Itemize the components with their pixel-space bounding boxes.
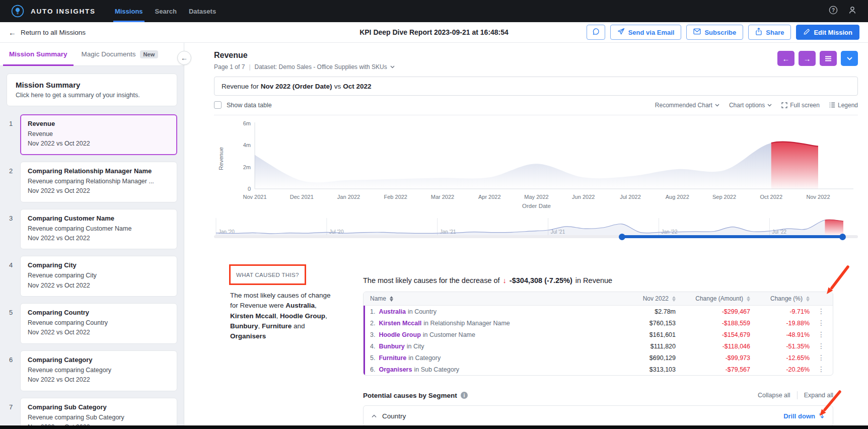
cause-name-link[interactable]: Kirsten Mccall [379, 320, 421, 327]
cause-name-link[interactable]: Australia [379, 308, 406, 315]
page-title: Revenue [214, 51, 395, 60]
chat-icon [592, 28, 600, 37]
collapse-sidebar-button[interactable]: ← [177, 51, 191, 65]
cause-name-link[interactable]: Bunbury [379, 343, 404, 350]
comment-button[interactable] [587, 25, 605, 40]
cause-name-cell: 4.Bunburyin City [365, 343, 610, 350]
nav-item-search[interactable]: Search [149, 0, 183, 22]
mission-item-period: Nov 2022 vs Oct 2022 [28, 186, 170, 196]
kebab-menu-icon[interactable]: ⋮ [818, 365, 825, 373]
edit-mission-button[interactable]: Edit Mission [796, 25, 859, 40]
mission-item-title: Comparing Relationship Manager Name [28, 167, 170, 175]
sort-icon[interactable] [390, 296, 393, 302]
kebab-menu-icon[interactable]: ⋮ [818, 353, 825, 362]
column-header-nov-[interactable]: Nov 2022 [610, 295, 676, 302]
causes-table: NameNov 2022Change (Amount)Change (%) 1.… [363, 292, 833, 376]
row-menu-cell: ⋮ [810, 319, 833, 327]
mission-item-card[interactable]: Comparing Relationship Manager NameReven… [20, 162, 177, 202]
segment-row-country[interactable]: Country Drill down [363, 405, 833, 426]
column-header-change-amount-[interactable]: Change (Amount) [676, 295, 750, 302]
kebab-menu-icon[interactable]: ⋮ [818, 330, 825, 338]
time-range-slider[interactable] [214, 233, 858, 240]
column-header-change-%-[interactable]: Change (%) [750, 295, 810, 302]
annotation-highlight-box: WHAT CAUSED THIS? [229, 264, 306, 285]
recommended-chart-dropdown[interactable]: Recommended Chart [655, 102, 719, 109]
cause-name-link[interactable]: Organisers [379, 366, 412, 373]
cause-value-cell: $111,820 [610, 343, 676, 350]
cause-change-amount-cell: -$79,567 [676, 366, 750, 373]
full-screen-button[interactable]: Full screen [781, 102, 820, 109]
return-to-missions-link[interactable]: ← Return to all Missions [9, 28, 86, 37]
mission-item-period: Nov 2022 vs Oct 2022 [28, 139, 170, 149]
cause-name-link[interactable]: Furniture [379, 354, 406, 362]
mission-item-card[interactable]: Comparing Customer NameRevenue comparing… [20, 209, 177, 250]
svg-text:?: ? [832, 8, 835, 13]
full-screen-label: Full screen [790, 102, 820, 109]
sidebar-tabs: Mission Summary Magic Documents New [0, 43, 184, 66]
kebab-menu-icon[interactable]: ⋮ [818, 319, 825, 327]
nav-item-missions[interactable]: Missions [109, 0, 149, 22]
nav-item-datasets[interactable]: Datasets [183, 0, 222, 22]
svg-text:Apr 2022: Apr 2022 [478, 194, 501, 200]
drill-down-link[interactable]: Drill down [783, 412, 825, 420]
cause-name-cell: 3.Hoodle Groupin Customer Name [365, 331, 610, 338]
revenue-trend-chart[interactable]: 02m4m6mRevenueNov 2021Dec 2021Jan 2022Fe… [214, 115, 858, 212]
collapse-all-link[interactable]: Collapse all [758, 392, 790, 399]
sort-icon[interactable] [806, 296, 810, 302]
prev-page-button[interactable]: ← [777, 51, 794, 66]
mission-item-card[interactable]: RevenueRevenueNov 2022 vs Oct 2022 [20, 114, 177, 155]
mission-item-card[interactable]: Comparing CategoryRevenue comparing Cate… [20, 350, 177, 391]
drill-down-icon [818, 413, 825, 419]
mission-item-card[interactable]: Comparing Sub CategoryRevenue comparing … [20, 398, 177, 429]
tab-magic-documents[interactable]: Magic Documents New [75, 43, 166, 65]
chevron-up-icon[interactable] [372, 414, 377, 418]
kebab-menu-icon[interactable]: ⋮ [818, 307, 825, 315]
dataset-selector[interactable]: Dataset: Demo Sales - Office Supplies wi… [255, 63, 395, 70]
brand-name: AUTO INSIGHTS [31, 8, 96, 15]
send-via-email-button[interactable]: Send via Email [610, 25, 682, 40]
column-header-name[interactable]: Name [364, 295, 610, 302]
slider-handle-left[interactable] [619, 234, 625, 240]
mission-item-card[interactable]: Comparing CityRevenue comparing CityNov … [20, 256, 177, 297]
tab-mission-summary[interactable]: Mission Summary [2, 43, 75, 65]
chevron-down-icon [767, 104, 772, 107]
mission-item-6: 6Comparing CategoryRevenue comparing Cat… [5, 350, 177, 391]
show-data-table-checkbox[interactable]: Show data table [214, 101, 272, 109]
share-button[interactable]: Share [748, 25, 791, 40]
kebab-menu-icon[interactable]: ⋮ [818, 342, 825, 350]
mission-summary-card[interactable]: Mission Summary Click here to get a summ… [7, 74, 177, 106]
expand-all-link[interactable]: Expand all [804, 392, 833, 399]
subscribe-button[interactable]: Subscribe [686, 25, 743, 40]
cause-value-cell: $760,153 [610, 320, 676, 327]
legend-button[interactable]: Legend [829, 102, 858, 109]
sort-icon[interactable] [747, 296, 750, 302]
page-menu-button[interactable] [820, 51, 837, 66]
help-icon[interactable]: ? [829, 6, 838, 17]
info-icon[interactable]: i [461, 392, 468, 399]
mission-item-3: 3Comparing Customer NameRevenue comparin… [5, 209, 177, 250]
user-icon[interactable] [848, 6, 857, 17]
svg-text:Sep 2022: Sep 2022 [712, 194, 736, 200]
svg-text:May 2022: May 2022 [524, 194, 548, 200]
divider [797, 391, 798, 399]
collapse-arrow-icon: ← [181, 54, 188, 62]
slider-handle-right[interactable] [839, 234, 846, 240]
cause-name-link[interactable]: Hoodle Group [379, 331, 420, 338]
mission-item-card[interactable]: Comparing CountryRevenue comparing Count… [20, 303, 177, 344]
next-page-button[interactable]: → [799, 51, 816, 66]
cause-change-amount-cell: -$118,046 [676, 343, 750, 350]
window-bottom-edge [0, 425, 868, 429]
svg-text:2m: 2m [243, 164, 251, 170]
cause-row-2: 2.Kirsten Mccallin Relationship Manager … [365, 317, 833, 329]
slider-selected-range[interactable] [622, 235, 843, 238]
causes-heading-prefix: The most likely causes for the decrease … [363, 276, 500, 284]
expand-options-button[interactable] [841, 51, 858, 66]
mission-item-subtitle: Revenue comparing Customer Name [28, 224, 170, 234]
question-box[interactable]: Revenue for Nov 2022 (Order Date) vs Oct… [214, 77, 858, 96]
auto-insights-logo-icon[interactable] [11, 5, 24, 18]
chart-options-label: Chart options [729, 102, 765, 109]
question-metric: Revenue [222, 83, 249, 90]
chart-options-dropdown[interactable]: Chart options [729, 102, 772, 109]
checkbox-box [214, 101, 222, 109]
sort-icon[interactable] [672, 296, 676, 302]
